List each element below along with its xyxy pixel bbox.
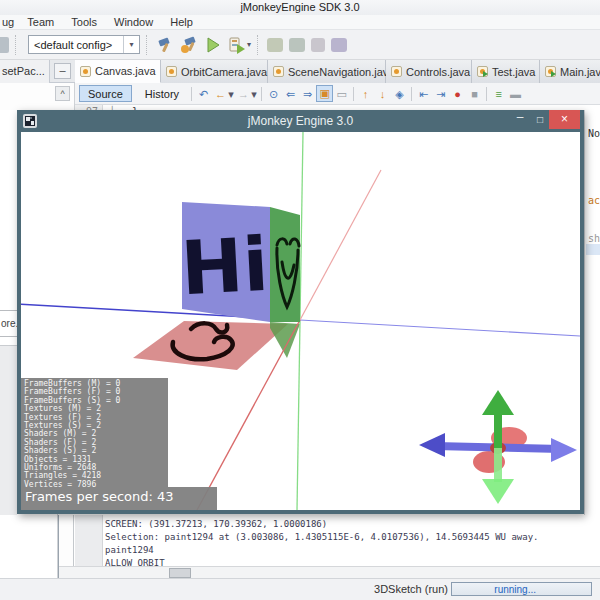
java-class-icon xyxy=(166,66,177,77)
tab-label: Controls.java xyxy=(406,66,470,78)
java-class-icon xyxy=(80,66,91,77)
terrain-icon[interactable] xyxy=(311,38,325,52)
gizmo-y-arrow-up xyxy=(482,390,514,415)
output-line: Selection: paint1294 at (3.003086, 1.430… xyxy=(105,532,538,542)
comment-icon[interactable]: ≡ xyxy=(490,86,507,102)
tab-controls-java[interactable]: Controls.java × xyxy=(386,60,472,83)
code-fragment: ac xyxy=(588,195,600,206)
video-capture-icon[interactable] xyxy=(289,38,305,52)
build-project-button[interactable] xyxy=(155,35,175,55)
menu-bar: ug Team Tools Window Help xyxy=(0,15,600,30)
toolbar-separator xyxy=(353,87,354,101)
forward-caret-icon[interactable]: ▾ xyxy=(250,86,258,102)
menu-item-window[interactable]: Window xyxy=(114,15,153,30)
output-horizontal-scrollbar[interactable] xyxy=(59,566,600,578)
vehicle-icon[interactable] xyxy=(331,38,347,52)
rectangular-selection-icon[interactable]: ▭ xyxy=(333,86,350,102)
selection-highlight xyxy=(586,244,600,255)
minimize-button[interactable]: – xyxy=(511,110,529,129)
divider xyxy=(0,336,17,337)
toolbar-separator xyxy=(15,35,16,55)
close-button[interactable]: × xyxy=(549,110,580,129)
progress-text: running... xyxy=(494,584,536,595)
output-line: paint1294 xyxy=(105,545,154,555)
tab-test-java[interactable]: Test.java × xyxy=(472,60,540,83)
gizmo-x-arrow-right xyxy=(551,438,577,462)
toolbar-separator xyxy=(146,35,147,55)
editor-tabs: Canvas.java × OrbitCamera.java × SceneNa… xyxy=(75,60,600,83)
editor-right-strip: No ac sh xyxy=(584,110,600,515)
x-axis-blue-right xyxy=(300,320,580,336)
transform-gizmo[interactable] xyxy=(419,390,577,504)
java-class-icon xyxy=(391,66,402,77)
left-panel-tab[interactable]: setPac... xyxy=(0,60,50,83)
find-selection-icon[interactable]: ⊙ xyxy=(265,86,282,102)
config-dropdown[interactable]: <default config> ▾ xyxy=(28,35,140,54)
tab-canvas-java[interactable]: Canvas.java × xyxy=(75,60,161,83)
debug-icon xyxy=(228,36,246,54)
java-class-icon xyxy=(273,66,284,77)
next-bookmark-icon[interactable]: ↓ xyxy=(374,86,391,102)
shift-left-icon[interactable]: ⇤ xyxy=(415,86,432,102)
history-view-button[interactable]: History xyxy=(136,85,188,102)
menu-item-debug-partial[interactable]: ug xyxy=(2,15,14,30)
jme-window-title: jMonkey Engine 3.0 xyxy=(17,114,584,128)
running-task-label: 3DSketch (run) xyxy=(374,583,448,595)
z-axis-red-upper xyxy=(300,170,381,320)
toggle-bookmark-icon[interactable]: ◈ xyxy=(391,86,408,102)
gizmo-y-arrow-down xyxy=(482,479,514,504)
toolbar-separator xyxy=(486,87,487,101)
fps-counter: Frames per second: 43 xyxy=(21,487,217,510)
shift-right-icon[interactable]: ⇥ xyxy=(432,86,449,102)
tab-label: SceneNavigation.java xyxy=(288,66,394,78)
toggle-highlight-icon[interactable]: ▣ xyxy=(316,85,333,102)
screenshot-icon[interactable] xyxy=(267,38,283,52)
uncomment-icon[interactable]: ▬ xyxy=(507,86,524,102)
tab-label: OrbitCamera.java xyxy=(181,66,267,78)
find-next-icon[interactable]: ⇒ xyxy=(299,86,316,102)
menu-item-tools[interactable]: Tools xyxy=(71,15,97,30)
toolbar-separator xyxy=(261,87,262,101)
code-fragment: sh xyxy=(588,233,600,244)
jme-3d-viewport[interactable]: Hi xyxy=(21,132,580,510)
find-previous-icon[interactable]: ⇐ xyxy=(282,86,299,102)
left-panel-tab-label: setPac... xyxy=(2,65,45,77)
status-bar: 3DSketch (run) running... xyxy=(0,578,600,600)
jme-window: jMonkey Engine 3.0 – □ × Hi xyxy=(17,110,584,514)
main-toolbar: <default config> ▾ ▾ xyxy=(0,30,600,60)
stop-macro-icon[interactable]: ■ xyxy=(466,86,483,102)
menu-item-team[interactable]: Team xyxy=(27,15,54,30)
scroll-up-arrow[interactable]: ^ xyxy=(55,86,70,101)
run-project-button[interactable] xyxy=(203,35,223,55)
hammer-icon xyxy=(156,36,174,54)
left-panel-body: ^ xyxy=(0,83,75,110)
tab-main-java[interactable]: Main.java xyxy=(540,60,600,83)
scrollbar-thumb[interactable] xyxy=(169,568,191,578)
clipped-toolbar-icon[interactable] xyxy=(0,37,9,53)
record-macro-icon[interactable]: ● xyxy=(449,86,466,102)
java-main-class-icon xyxy=(545,66,556,77)
floor-quad-red xyxy=(133,321,288,370)
panel-section xyxy=(0,345,17,515)
gizmo-x-arrow-left xyxy=(419,433,445,457)
back-caret-icon[interactable]: ▾ xyxy=(227,86,235,102)
debug-project-button[interactable] xyxy=(227,35,247,55)
minimize-panel-button[interactable]: – xyxy=(54,63,71,79)
jme-window-titlebar[interactable]: jMonkey Engine 3.0 – □ × xyxy=(17,110,584,132)
source-view-button[interactable]: Source xyxy=(79,85,132,102)
last-edit-icon[interactable]: ↶ xyxy=(195,86,212,102)
menu-item-help[interactable]: Help xyxy=(170,15,193,30)
tab-strip: setPac... – Canvas.java × OrbitCamera.ja… xyxy=(0,60,600,83)
cube-doodle-text: Hi xyxy=(179,221,271,311)
run-dropdown-caret-icon[interactable]: ▾ xyxy=(247,40,251,49)
clean-build-button[interactable] xyxy=(179,35,199,55)
tree-node-fragment[interactable]: ore. xyxy=(1,318,18,329)
previous-bookmark-icon[interactable]: ↑ xyxy=(357,86,374,102)
render-stats-overlay: FrameBuffers (M) = 0 FrameBuffers (F) = … xyxy=(21,378,168,487)
tab-scenenavigation-java[interactable]: SceneNavigation.java × xyxy=(268,60,386,83)
tab-label: Test.java xyxy=(492,66,535,78)
tab-orbitcamera-java[interactable]: OrbitCamera.java × xyxy=(161,60,268,83)
app-title: jMonkeyEngine SDK 3.0 xyxy=(240,1,359,13)
task-progress-bar[interactable]: running... xyxy=(451,582,592,596)
maximize-button[interactable]: □ xyxy=(531,110,549,129)
